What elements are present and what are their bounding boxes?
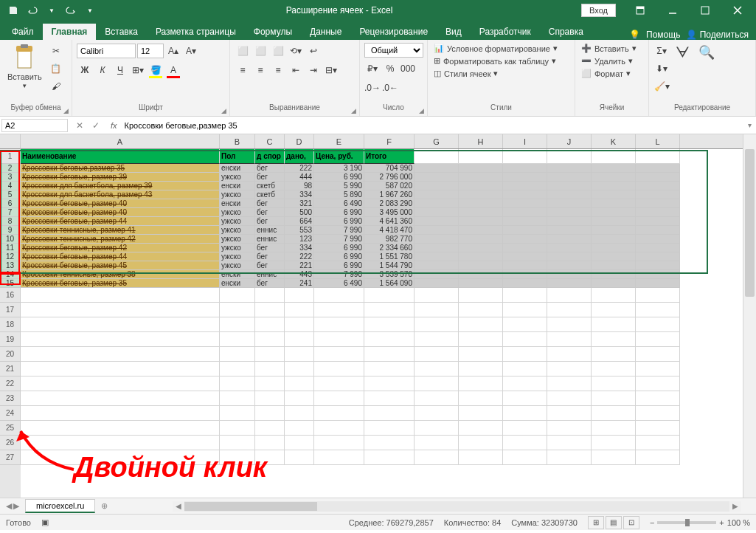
cell[interactable]	[364, 376, 415, 391]
cell[interactable]	[285, 421, 314, 436]
cell[interactable]	[592, 279, 636, 288]
cell[interactable]: Кроссовки беговые, размер 44	[21, 252, 220, 261]
tab-formulas[interactable]: Формулы	[245, 24, 301, 40]
cell[interactable]	[285, 436, 314, 450]
find-select-button[interactable]: 🔍	[696, 43, 718, 62]
row-header[interactable]: 16	[0, 288, 21, 303]
row-header[interactable]: 2	[0, 164, 21, 173]
cancel-formula-icon[interactable]: ✕	[72, 120, 87, 131]
cell[interactable]: енски	[220, 182, 255, 190]
clipboard-launcher-icon[interactable]: ◢	[63, 107, 69, 114]
cell[interactable]: 334	[285, 190, 314, 199]
cell[interactable]: Кроссовки беговые, размер 45	[21, 261, 220, 270]
cell[interactable]	[592, 288, 636, 303]
cell[interactable]: ужско	[220, 235, 255, 244]
cell[interactable]	[459, 332, 503, 347]
tab-developer[interactable]: Разработчик	[471, 24, 540, 40]
cell[interactable]	[364, 362, 415, 376]
cell[interactable]	[415, 164, 459, 173]
cell[interactable]	[255, 362, 285, 376]
cell[interactable]	[592, 226, 636, 235]
cell[interactable]	[547, 235, 592, 244]
hscroll-right-icon[interactable]: ▶	[729, 502, 741, 510]
cell[interactable]	[547, 173, 592, 182]
cell[interactable]	[415, 252, 459, 261]
fill-icon[interactable]: ⬇▾	[653, 61, 670, 77]
cell[interactable]	[285, 332, 314, 347]
row-header[interactable]: 21	[0, 362, 21, 376]
cell[interactable]	[364, 450, 415, 465]
conditional-formatting-button[interactable]: 📊Условное форматирование▾	[432, 43, 559, 54]
cell[interactable]: ужско	[220, 217, 255, 226]
cell[interactable]	[459, 235, 503, 244]
cell[interactable]	[459, 317, 503, 332]
align-left-icon[interactable]: ≡	[235, 62, 251, 78]
font-size-select[interactable]	[137, 44, 164, 58]
cell[interactable]	[636, 421, 680, 436]
cell[interactable]	[255, 347, 285, 362]
cell[interactable]	[592, 436, 636, 450]
cell[interactable]	[415, 208, 459, 217]
cell[interactable]	[459, 149, 503, 164]
number-format-select[interactable]: Общий	[364, 43, 423, 58]
col-header-K[interactable]: K	[592, 134, 636, 148]
tab-nav-next-icon[interactable]: ▶	[13, 501, 19, 511]
cell[interactable]: 1 967 260	[364, 190, 415, 199]
cell[interactable]	[547, 217, 592, 226]
cell[interactable]	[547, 303, 592, 317]
cell[interactable]	[503, 173, 547, 182]
cut-icon[interactable]: ✂	[48, 43, 64, 59]
autosum-icon[interactable]: Σ▾	[653, 43, 670, 59]
cell[interactable]: Кроссовки теннисные, размер 41	[21, 226, 220, 235]
cell[interactable]	[255, 317, 285, 332]
cell[interactable]: Кроссовки беговые,размер 35	[21, 164, 220, 173]
col-header-I[interactable]: I	[503, 134, 547, 148]
cell[interactable]	[285, 406, 314, 421]
row-header[interactable]: 25	[0, 421, 21, 436]
cell[interactable]	[636, 362, 680, 376]
cell[interactable]	[459, 217, 503, 226]
cell[interactable]: бег	[255, 208, 285, 217]
cell[interactable]	[255, 332, 285, 347]
cell[interactable]	[592, 208, 636, 217]
cell[interactable]: Кроссовки беговые, размер 39	[21, 173, 220, 182]
cell[interactable]: бег	[255, 261, 285, 270]
cell[interactable]	[459, 288, 503, 303]
cell[interactable]	[592, 164, 636, 173]
cell[interactable]: 553	[285, 226, 314, 235]
cell[interactable]	[592, 376, 636, 391]
cell[interactable]: 3 190	[314, 164, 364, 173]
cell[interactable]	[592, 190, 636, 199]
cell[interactable]	[285, 391, 314, 406]
column-headers[interactable]: ABCDEFGHIJKL	[21, 134, 743, 149]
col-header-J[interactable]: J	[547, 134, 592, 148]
cell[interactable]	[415, 450, 459, 465]
zoom-slider[interactable]	[657, 521, 716, 524]
cell[interactable]: ужско	[220, 244, 255, 252]
cell[interactable]	[21, 436, 220, 450]
row-header[interactable]: 15	[0, 279, 21, 288]
cell[interactable]	[415, 226, 459, 235]
cell[interactable]	[314, 317, 364, 332]
cell[interactable]	[547, 244, 592, 252]
cell[interactable]	[636, 199, 680, 208]
row-header[interactable]: 27	[0, 450, 21, 465]
cell[interactable]: 1 551 780	[364, 252, 415, 261]
sort-filter-button[interactable]: ᗄ	[673, 43, 693, 63]
row-header[interactable]: 5	[0, 190, 21, 199]
cell[interactable]	[503, 421, 547, 436]
alignment-launcher-icon[interactable]: ◢	[351, 107, 356, 114]
cell[interactable]: ужско	[220, 261, 255, 270]
row-header[interactable]: 13	[0, 261, 21, 270]
cell[interactable]	[503, 190, 547, 199]
cell[interactable]	[364, 347, 415, 362]
cell[interactable]	[459, 270, 503, 279]
currency-icon[interactable]: ₽▾	[364, 61, 381, 77]
cell[interactable]	[503, 217, 547, 226]
cell[interactable]	[636, 332, 680, 347]
cell[interactable]	[503, 182, 547, 190]
cell[interactable]	[636, 347, 680, 362]
cell[interactable]	[21, 347, 220, 362]
cell[interactable]	[285, 347, 314, 362]
cell[interactable]	[314, 347, 364, 362]
